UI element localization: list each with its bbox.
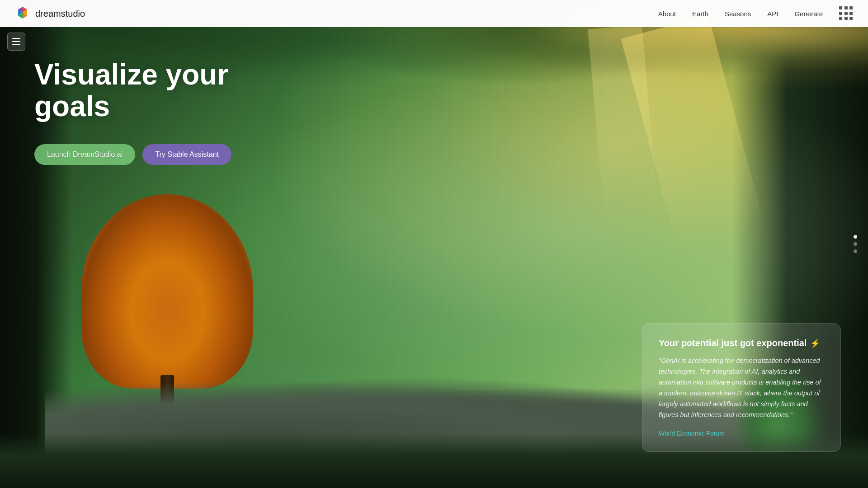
hamburger-line	[12, 44, 20, 45]
nav-generate[interactable]: Generate	[794, 10, 823, 18]
nav-api[interactable]: API	[767, 10, 778, 18]
try-stable-assistant-button[interactable]: Try Stable Assistant	[142, 144, 231, 165]
hero-buttons: Launch DreamStudio.ai Try Stable Assista…	[34, 144, 306, 165]
logo[interactable]: dreamstudio	[14, 5, 85, 22]
hero-section: Visualize your goals Launch DreamStudio.…	[0, 0, 868, 488]
nav-about[interactable]: About	[658, 10, 676, 18]
grid-dot	[839, 17, 842, 20]
grid-dot	[839, 6, 842, 9]
spark-icon: ⚡	[810, 338, 820, 348]
quote-title-text: Your potential just got exponential	[659, 338, 807, 348]
quote-card: Your potential just got exponential ⚡ "G…	[642, 323, 841, 452]
grid-dot	[849, 17, 853, 20]
quote-body: "GenAI is accelerating the democratizati…	[659, 356, 824, 421]
hamburger-line	[12, 38, 20, 39]
nav-earth[interactable]: Earth	[692, 10, 708, 18]
grid-dot	[844, 6, 848, 9]
grid-dot	[844, 17, 848, 20]
quote-title: Your potential just got exponential ⚡	[659, 338, 824, 348]
hero-content: Visualize your goals Launch DreamStudio.…	[34, 59, 306, 165]
grid-icon[interactable]	[839, 6, 854, 21]
scroll-dot-3[interactable]	[854, 249, 857, 253]
nav-links: About Earth Seasons API Generate	[658, 6, 854, 21]
logo-icon	[14, 5, 31, 22]
grid-dot	[849, 6, 853, 9]
scroll-dot-1[interactable]	[854, 235, 857, 239]
autumn-foliage	[81, 194, 253, 389]
hero-title: Visualize your goals	[34, 59, 306, 122]
scroll-dot-2[interactable]	[854, 242, 857, 246]
scroll-indicator	[854, 235, 857, 253]
launch-dreamstudio-button[interactable]: Launch DreamStudio.ai	[34, 144, 135, 165]
logo-text: dreamstudio	[35, 9, 85, 19]
nav-seasons[interactable]: Seasons	[725, 10, 751, 18]
grid-dot	[849, 12, 853, 15]
navbar: dreamstudio About Earth Seasons API Gene…	[0, 0, 868, 27]
quote-source[interactable]: World Economic Forum	[659, 430, 824, 437]
grid-dot	[839, 12, 842, 15]
hamburger-line	[12, 41, 20, 42]
grid-dot	[844, 12, 848, 15]
hamburger-menu-button[interactable]	[7, 33, 25, 51]
